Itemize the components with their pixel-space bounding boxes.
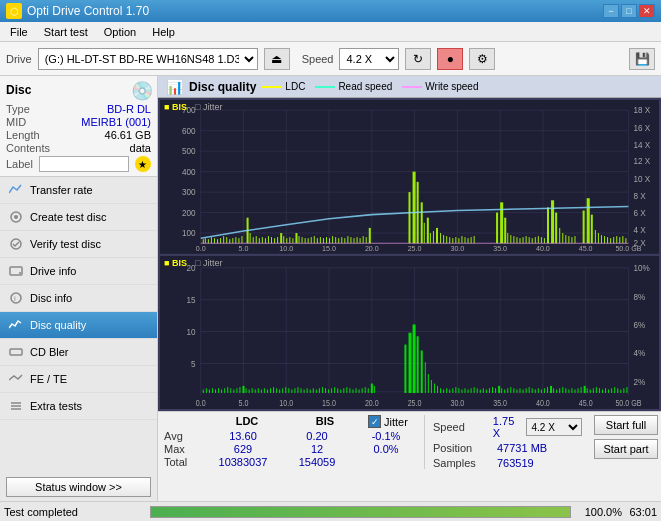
sidebar-item-drive-info[interactable]: Drive info	[0, 258, 157, 285]
sidebar-item-fe-te[interactable]: FE / TE	[0, 366, 157, 393]
svg-rect-249	[325, 388, 326, 393]
close-button[interactable]: ✕	[639, 4, 655, 18]
sidebar-item-extra-tests[interactable]: Extra tests	[0, 393, 157, 420]
minimize-button[interactable]: −	[603, 4, 619, 18]
svg-rect-234	[279, 389, 280, 393]
svg-rect-219	[233, 389, 234, 393]
svg-rect-154	[565, 235, 566, 243]
svg-text:40.0: 40.0	[536, 245, 550, 253]
speed-stat-value: 1.75 X	[493, 415, 523, 439]
eject-button[interactable]: ⏏	[264, 48, 290, 70]
svg-rect-68	[235, 237, 236, 243]
svg-rect-335	[620, 389, 621, 393]
progress-text: 100.0%	[577, 506, 622, 518]
jitter-checkbox[interactable]	[368, 415, 381, 428]
status-window-button[interactable]: Status window >>	[6, 477, 151, 497]
content-area: 📊 Disc quality LDC Read speed Write spee…	[158, 76, 661, 501]
svg-rect-269	[417, 336, 419, 393]
svg-rect-120	[436, 228, 438, 243]
svg-rect-74	[256, 236, 257, 243]
nav-label-extra-tests: Extra tests	[30, 400, 82, 412]
mid-value: MEIRB1 (001)	[81, 116, 151, 128]
svg-rect-97	[326, 237, 327, 243]
menu-option[interactable]: Option	[98, 24, 142, 40]
label-input[interactable]	[39, 156, 129, 172]
app-title: Opti Drive Control 1.70	[27, 4, 603, 18]
maximize-button[interactable]: □	[621, 4, 637, 18]
drive-select[interactable]: (G:) HL-DT-ST BD-RE WH16NS48 1.D3	[38, 48, 258, 70]
settings-button[interactable]: ⚙	[469, 48, 495, 70]
read-color	[315, 86, 335, 88]
svg-rect-287	[474, 387, 475, 393]
speed-stat-select[interactable]: 4.2 X	[526, 418, 582, 436]
svg-text:14 X: 14 X	[634, 141, 651, 150]
svg-rect-112	[408, 192, 410, 243]
svg-rect-85	[289, 237, 290, 243]
avg-jitter: -0.1%	[356, 430, 416, 442]
svg-rect-89	[302, 237, 303, 243]
stats-max-row: Max 629 12 0.0%	[164, 443, 416, 455]
nav-label-create-test-disc: Create test disc	[30, 211, 106, 223]
legend-read: Read speed	[315, 81, 392, 92]
max-jitter: 0.0%	[356, 443, 416, 455]
svg-rect-92	[311, 237, 312, 243]
svg-text:0.0: 0.0	[196, 245, 206, 253]
length-label: Length	[6, 129, 40, 141]
svg-rect-298	[507, 388, 508, 393]
disc-length-row: Length 46.61 GB	[6, 129, 151, 141]
svg-rect-331	[608, 389, 609, 393]
svg-rect-168	[616, 236, 617, 243]
svg-rect-260	[359, 389, 360, 393]
svg-rect-76	[262, 237, 263, 243]
svg-rect-163	[601, 235, 602, 243]
svg-rect-133	[496, 213, 498, 244]
svg-rect-228	[261, 389, 262, 393]
svg-rect-280	[452, 388, 453, 393]
sidebar-item-cd-bler[interactable]: CD Bler	[0, 339, 157, 366]
svg-rect-263	[368, 388, 369, 393]
svg-text:30.0: 30.0	[450, 398, 464, 408]
jitter-col-header: Jitter	[384, 416, 408, 428]
svg-rect-236	[285, 387, 286, 393]
label-icon[interactable]: ★	[135, 156, 151, 172]
speed-stat-label: Speed	[433, 421, 489, 433]
disc-label-row: Label ★	[6, 156, 151, 172]
svg-rect-305	[529, 387, 530, 393]
svg-rect-308	[538, 388, 539, 393]
svg-rect-103	[344, 238, 345, 243]
svg-rect-83	[283, 236, 284, 243]
svg-text:10%: 10%	[634, 262, 650, 273]
disc-button[interactable]: ●	[437, 48, 463, 70]
sidebar-item-transfer-rate[interactable]: Transfer rate	[0, 177, 157, 204]
start-part-button[interactable]: Start part	[594, 439, 657, 459]
speed-select[interactable]: 4.2 X	[339, 48, 399, 70]
svg-rect-136	[507, 233, 508, 243]
svg-rect-316	[562, 387, 563, 393]
svg-rect-57	[203, 239, 204, 243]
svg-rect-90	[305, 238, 306, 243]
refresh-button[interactable]: ↻	[405, 48, 431, 70]
svg-rect-137	[510, 235, 511, 243]
svg-rect-223	[246, 388, 247, 393]
disc-quality-icon	[8, 317, 24, 333]
svg-text:45.0: 45.0	[579, 398, 593, 408]
sidebar-item-disc-info[interactable]: i Disc info	[0, 285, 157, 312]
menu-start-test[interactable]: Start test	[38, 24, 94, 40]
save-button[interactable]: 💾	[629, 48, 655, 70]
speed-row: Speed 1.75 X 4.2 X	[433, 415, 582, 439]
sidebar-item-disc-quality[interactable]: Disc quality	[0, 312, 157, 339]
start-full-button[interactable]: Start full	[594, 415, 657, 435]
svg-rect-75	[259, 238, 260, 243]
sidebar-item-verify-test-disc[interactable]: Verify test disc	[0, 231, 157, 258]
svg-text:15.0: 15.0	[322, 398, 336, 408]
disc-contents-row: Contents data	[6, 142, 151, 154]
sidebar-item-create-test-disc[interactable]: Create test disc	[0, 204, 157, 231]
svg-rect-272	[428, 374, 429, 393]
svg-rect-126	[455, 237, 456, 243]
svg-rect-253	[337, 388, 338, 393]
menu-file[interactable]: File	[4, 24, 34, 40]
drive-label: Drive	[6, 53, 32, 65]
menu-help[interactable]: Help	[146, 24, 181, 40]
svg-rect-247	[319, 388, 320, 393]
nav-label-disc-quality: Disc quality	[30, 319, 86, 331]
